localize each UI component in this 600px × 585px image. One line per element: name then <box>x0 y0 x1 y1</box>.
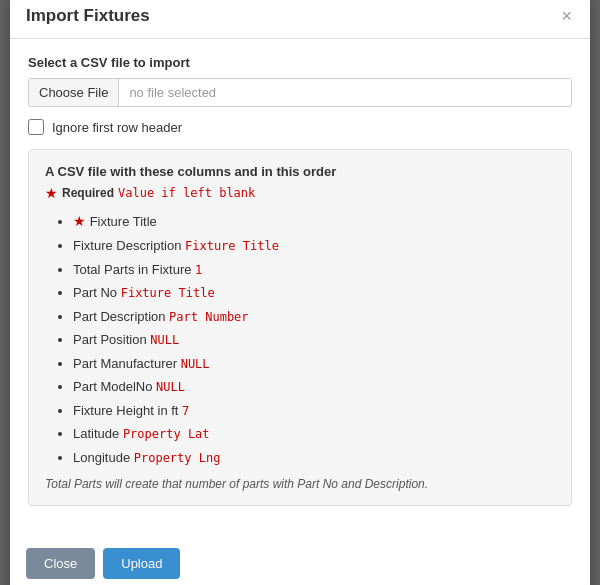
list-item: Part Description Part Number <box>73 307 555 327</box>
col-default: 1 <box>195 263 202 277</box>
col-name: Part Position <box>73 332 150 347</box>
col-name: Part Description <box>73 309 169 324</box>
col-name: Total Parts in Fixture <box>73 262 195 277</box>
required-row: ★ Required Value if left blank <box>45 185 555 201</box>
col-default: NULL <box>156 380 185 394</box>
ignore-header-label: Ignore first row header <box>52 120 182 135</box>
list-item: Part Manufacturer NULL <box>73 354 555 374</box>
required-star-icon: ★ <box>45 185 58 201</box>
col-name: Latitude <box>73 426 123 441</box>
col-default: Property Lng <box>134 451 221 465</box>
list-item: Latitude Property Lat <box>73 424 555 444</box>
list-item: Part No Fixture Title <box>73 283 555 303</box>
list-item: Part Position NULL <box>73 330 555 350</box>
list-item: Part ModelNo NULL <box>73 377 555 397</box>
file-name-display: no file selected <box>119 79 226 106</box>
modal-header: Import Fixtures × <box>10 0 590 39</box>
default-value-label: Value if left blank <box>118 186 255 200</box>
upload-button[interactable]: Upload <box>103 548 180 579</box>
modal-body: Select a CSV file to import Choose File … <box>10 39 590 538</box>
info-box-title: A CSV file with these columns and in thi… <box>45 164 555 179</box>
list-item: ★ Fixture Title <box>73 211 555 232</box>
choose-file-button[interactable]: Choose File <box>29 79 119 106</box>
col-default: Property Lat <box>123 427 210 441</box>
required-col-star: ★ <box>73 213 86 229</box>
list-item: Fixture Height in ft 7 <box>73 401 555 421</box>
col-name: Longitude <box>73 450 134 465</box>
list-item: Longitude Property Lng <box>73 448 555 468</box>
list-item: Fixture Description Fixture Title <box>73 236 555 256</box>
col-name: Part No <box>73 285 121 300</box>
modal-close-button[interactable]: × <box>559 7 574 25</box>
col-name: Fixture Height in ft <box>73 403 182 418</box>
col-default: Part Number <box>169 310 248 324</box>
required-label: Required <box>62 186 114 200</box>
col-name: Part Manufacturer <box>73 356 181 371</box>
info-box: A CSV file with these columns and in thi… <box>28 149 572 506</box>
col-name: Fixture Description <box>73 238 185 253</box>
file-input-row: Choose File no file selected <box>28 78 572 107</box>
ignore-header-row: Ignore first row header <box>28 119 572 135</box>
col-name: Fixture Title <box>90 214 157 229</box>
col-default: 7 <box>182 404 189 418</box>
import-fixtures-modal: Import Fixtures × Select a CSV file to i… <box>10 0 590 585</box>
modal-footer: Close Upload <box>10 538 590 585</box>
footnote: Total Parts will create that number of p… <box>45 477 555 491</box>
list-item: Total Parts in Fixture 1 <box>73 260 555 280</box>
col-default: Fixture Title <box>121 286 215 300</box>
ignore-header-checkbox[interactable] <box>28 119 44 135</box>
col-default: NULL <box>181 357 210 371</box>
close-button[interactable]: Close <box>26 548 95 579</box>
modal-title: Import Fixtures <box>26 6 150 26</box>
file-section-label: Select a CSV file to import <box>28 55 572 70</box>
col-default: Fixture Title <box>185 239 279 253</box>
col-name: Part ModelNo <box>73 379 156 394</box>
columns-list: ★ Fixture Title Fixture Description Fixt… <box>45 211 555 467</box>
col-default: NULL <box>150 333 179 347</box>
